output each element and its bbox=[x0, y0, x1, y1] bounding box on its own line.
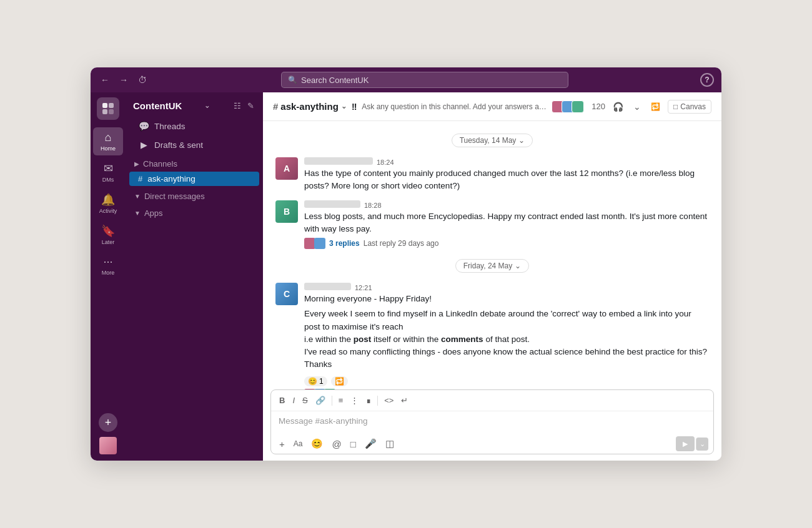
svg-rect-3 bbox=[109, 109, 114, 114]
channel-link-button[interactable]: 🔁 bbox=[648, 100, 663, 114]
share-button[interactable]: → bbox=[660, 285, 673, 296]
msg3-username bbox=[304, 283, 351, 290]
sidebar-item-activity[interactable]: 🔔 Activity bbox=[93, 189, 123, 218]
more-icon: ··· bbox=[103, 255, 112, 268]
reply-button[interactable]: 💬 bbox=[643, 285, 658, 296]
nav-item-threads[interactable]: 💬 Threads bbox=[129, 117, 259, 135]
emoji-1: 😊 bbox=[308, 377, 317, 386]
msg3-thread-avatars bbox=[304, 389, 335, 390]
back-button[interactable]: ← bbox=[98, 74, 112, 86]
blockquote-button[interactable]: ∎ bbox=[363, 394, 374, 407]
msg3-time: 12:21 bbox=[355, 284, 372, 291]
bold-button[interactable]: B bbox=[276, 394, 288, 407]
video-button[interactable]: ◫ bbox=[382, 436, 397, 451]
send-dropdown-button[interactable]: ⌄ bbox=[696, 438, 708, 451]
threads-icon: 💬 bbox=[138, 121, 149, 131]
code-button[interactable]: <> bbox=[381, 394, 397, 407]
filter-button[interactable]: ☷ bbox=[232, 100, 242, 112]
date-label-2[interactable]: Friday, 24 May ⌄ bbox=[455, 259, 529, 273]
member-avatars bbox=[552, 100, 584, 113]
headphone-button[interactable]: 🎧 bbox=[610, 99, 626, 114]
apps-section-header[interactable]: ▼ Apps bbox=[126, 203, 263, 220]
italic-button[interactable]: I bbox=[289, 394, 298, 407]
mention-button[interactable]: @ bbox=[329, 437, 344, 451]
channel-header: # ask-anything ⌄ ‼️ Ask any question in … bbox=[263, 92, 721, 121]
emoji-button[interactable]: 😊 bbox=[308, 436, 326, 451]
channel-item-ask-anything[interactable]: # ask-anything bbox=[129, 172, 259, 186]
msg3-avatar: C bbox=[275, 283, 298, 305]
channel-name[interactable]: # ask-anything ⌄ ‼️ bbox=[273, 101, 357, 112]
app-window: ← → ⏱ 🔍 Search ContentUK ? ⌂ Home bbox=[91, 67, 721, 461]
sidebar-item-more[interactable]: ··· More bbox=[93, 252, 123, 280]
channels-section-header[interactable]: ▶ Channels bbox=[126, 154, 263, 171]
undo-button[interactable]: ↵ bbox=[398, 394, 411, 407]
channel-name-text: ask-anything bbox=[280, 101, 339, 112]
emoji-reaction-2[interactable]: 🔁 bbox=[331, 376, 348, 386]
bookmark-button[interactable]: 🔖 bbox=[674, 285, 689, 296]
emoji-reaction-1[interactable]: 😊 1 bbox=[304, 376, 327, 386]
main-layout: ⌂ Home ✉ DMs 🔔 Activity 🔖 Later ··· More… bbox=[91, 92, 721, 461]
workspace-name[interactable]: ContentUK bbox=[133, 100, 182, 111]
strikethrough-button[interactable]: S bbox=[299, 394, 311, 407]
sidebar-item-later[interactable]: 🔖 Later bbox=[93, 220, 123, 249]
history-button[interactable]: ⏱ bbox=[136, 74, 149, 86]
msg1-content: 18:24 Has the type of content you mainly… bbox=[304, 157, 709, 193]
msg2-username bbox=[304, 200, 360, 208]
emoji-1-count: 1 bbox=[319, 377, 324, 386]
attach-button[interactable]: + bbox=[276, 437, 288, 451]
channel-description: Ask any question in this channel. Add yo… bbox=[362, 102, 547, 111]
msg3-text-4: I've read so many conflicting things - d… bbox=[304, 346, 709, 358]
msg1-time: 18:24 bbox=[377, 159, 394, 166]
apps-arrow: ▼ bbox=[134, 210, 141, 217]
canvas-button[interactable]: □ Canvas bbox=[668, 100, 711, 114]
forward-button[interactable]: → bbox=[117, 74, 131, 86]
ordered-list-button[interactable]: ≡ bbox=[335, 394, 347, 407]
shortcut-button[interactable]: □ bbox=[347, 437, 359, 451]
sidebar-item-home[interactable]: ⌂ Home bbox=[93, 127, 123, 155]
search-bar[interactable]: 🔍 Search ContentUK bbox=[281, 72, 568, 88]
member-count: 120 bbox=[592, 102, 605, 111]
react-button[interactable]: 😊 bbox=[627, 285, 642, 296]
compose-button[interactable]: ✎ bbox=[246, 100, 255, 112]
dm-section-label: Direct messages bbox=[144, 192, 205, 201]
more-button[interactable]: ⋯ bbox=[690, 285, 703, 296]
audio-button[interactable]: 🎤 bbox=[362, 436, 380, 451]
msg2-thread-reply: 3 replies Last reply 29 days ago bbox=[304, 238, 709, 249]
canvas-icon: □ bbox=[673, 102, 678, 111]
msg3-text-5: Thanks bbox=[304, 358, 709, 371]
msg2-avatar: B bbox=[275, 200, 298, 223]
activity-icon: 🔔 bbox=[101, 193, 115, 207]
later-icon: 🔖 bbox=[101, 224, 115, 238]
date-label-1[interactable]: Tuesday, 14 May ⌄ bbox=[452, 134, 533, 147]
link-button[interactable]: 🔗 bbox=[312, 394, 329, 407]
send-button[interactable]: ► bbox=[676, 436, 695, 451]
msg3-line2: Every week I seem to find myself in a Li… bbox=[304, 309, 691, 331]
composer: B I S 🔗 ≡ ⋮ ∎ <> ↵ Message #ask-anything bbox=[270, 389, 714, 454]
user-avatar[interactable] bbox=[99, 437, 117, 454]
composer-input[interactable]: Message #ask-anything bbox=[271, 411, 713, 434]
nav-item-drafts[interactable]: ▶ Drafts & sent bbox=[129, 136, 259, 154]
headphone-dropdown[interactable]: ⌄ bbox=[631, 99, 643, 114]
add-button[interactable]: + bbox=[99, 413, 117, 432]
dm-section-header[interactable]: ▼ Direct messages bbox=[126, 187, 263, 203]
unordered-list-button[interactable]: ⋮ bbox=[347, 394, 362, 407]
workspace-logo[interactable] bbox=[97, 97, 119, 120]
search-icon: 🔍 bbox=[288, 76, 297, 84]
help-button[interactable]: ? bbox=[700, 73, 714, 87]
composer-toolbar: B I S 🔗 ≡ ⋮ ∎ <> ↵ bbox=[271, 390, 713, 411]
format-button[interactable]: Aa bbox=[290, 438, 306, 450]
date-arrow-1: ⌄ bbox=[518, 136, 525, 145]
channel-dropdown-icon: ⌄ bbox=[341, 102, 347, 110]
msg3-line3-pre: i.e within the bbox=[304, 335, 354, 344]
msg2-last-reply: Last reply 29 days ago bbox=[364, 239, 439, 248]
msg2-time: 18:28 bbox=[364, 202, 382, 209]
apps-section-label: Apps bbox=[144, 208, 163, 218]
msg1-header: 18:24 bbox=[304, 157, 709, 166]
workspace-header: ContentUK ⌄ ☷ ✎ bbox=[126, 95, 263, 117]
msg3-text-3: i.e within the post itself or within the… bbox=[304, 333, 709, 346]
dms-label: DMs bbox=[102, 177, 114, 183]
msg2-header: 18:28 bbox=[304, 200, 709, 209]
sidebar-item-dms[interactable]: ✉ DMs bbox=[93, 158, 123, 187]
msg2-replies[interactable]: 3 replies bbox=[329, 239, 360, 248]
messages-area[interactable]: Tuesday, 14 May ⌄ A 18:24 Has the type o… bbox=[263, 121, 721, 389]
